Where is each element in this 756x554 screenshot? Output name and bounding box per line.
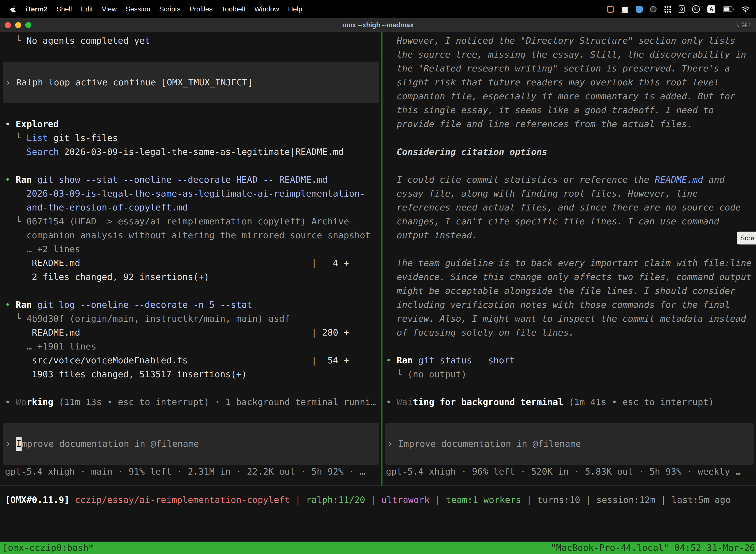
key-8-icon[interactable]: 8	[679, 5, 685, 13]
dots-grid-icon[interactable]	[664, 6, 671, 13]
text-segment: slight risk that future readers may over…	[386, 77, 719, 88]
bullet: •	[386, 355, 397, 365]
turns-counter: turns:10	[537, 495, 580, 505]
tmux-status-bar: [omx-cczip0:bash* "MacBook-Pro-44.local"…	[0, 542, 756, 554]
explored-header: • Explored	[5, 117, 381, 131]
battery-icon[interactable]	[723, 6, 734, 12]
text-segment: gpt-5.4 xhigh · 96% left · 520K in · 5.8…	[386, 466, 741, 477]
terminal-line: the "Related research writing" section i…	[386, 62, 756, 75]
text-segment: └	[386, 369, 407, 379]
menu-item-edit[interactable]: Edit	[81, 5, 93, 13]
text-segment: └	[5, 36, 26, 46]
terminal-line: README.md | 4 +	[5, 256, 381, 270]
terminal-line: 2026-03-09-is-legal-the-same-as-legitima…	[5, 187, 381, 201]
tmux-pane-left[interactable]: └ No agents completed yet› Ralph loop ac…	[0, 32, 381, 486]
menu-item-shell[interactable]: Shell	[57, 5, 72, 13]
terminal-line: this single essay, it seems like a good …	[386, 103, 756, 117]
terminal-line: and-the-erosion-of-copyleft.md	[5, 201, 381, 214]
terminal-line: However, I noticed the "Directory Struct…	[386, 34, 756, 48]
apple-menu-icon[interactable]	[10, 6, 16, 13]
command-input[interactable]: › Improve documentation in @filename	[3, 423, 379, 465]
text-segment: Ran	[16, 299, 37, 310]
text-segment: Explored	[16, 119, 59, 129]
terminal-line: └ (no output)	[386, 367, 756, 381]
tmux-pane-right[interactable]: However, I noticed the "Directory Struct…	[382, 32, 756, 486]
terminal-line: of focusing solely on file lines.	[386, 326, 756, 340]
text-segment: git status --short	[418, 355, 515, 365]
terminal-line: provide file and line references from th…	[386, 117, 756, 131]
screen-recording-icon[interactable]	[607, 6, 614, 13]
text-segment: rking	[26, 397, 53, 407]
tmux-host-time: "MacBook-Pro-44.local" 04:52 31-Mar-26	[551, 542, 755, 554]
ran-git-log: • Ran git log --oneline --decorate -n 5 …	[5, 298, 381, 312]
terminal-line: changes, I can't cite specific file line…	[386, 214, 756, 228]
menu-item-scripts[interactable]: Scripts	[159, 5, 181, 13]
text-segment: and	[703, 174, 725, 185]
text-segment: The team guideline is to back every impo…	[386, 258, 752, 268]
terminal-line: … +1901 lines	[5, 340, 381, 353]
terminal-line: I could cite commit statistics or refere…	[386, 173, 756, 187]
macos-menu-bar: iTerm2ShellEditViewSessionScriptsProfile…	[0, 0, 756, 18]
text-segment: gpt-5.4 xhigh · main · 91% left · 2.31M …	[5, 466, 365, 477]
text-segment: (no output)	[407, 369, 466, 379]
ran-git-status: • Ran git status --short	[386, 353, 756, 367]
menu-item-help[interactable]: Help	[288, 5, 302, 13]
terminal-line	[5, 48, 381, 62]
tmux-session-name: [omx-cczip0:bash*	[2, 542, 94, 554]
bullet: •	[5, 119, 16, 129]
menu-item-iterm2[interactable]: iTerm2	[25, 5, 48, 13]
terminal-line: … +2 lines	[5, 242, 381, 256]
text-segment	[386, 147, 397, 157]
terminal-line: 2 files changed, 92 insertions(+)	[5, 270, 381, 284]
bullet: •	[5, 299, 16, 310]
terminal-line: companion analysis without altering the …	[5, 228, 381, 242]
text-cursor: I	[16, 437, 21, 451]
text-segment: However, I noticed the "Directory Struct…	[386, 36, 736, 46]
terminal-line: Search 2026-03-09-is-legal-the-same-as-l…	[5, 145, 381, 159]
window-title-bar[interactable]: omx --xhigh --madmax ⌥⌘1	[0, 18, 756, 32]
terminal-line: references need actual files, and since …	[386, 201, 756, 214]
text-segment: Ralph loop active continue [OMX_TMUX_INJ…	[16, 75, 253, 89]
terminal-line: └ 067f154 (HEAD -> essay/ai-reimplementa…	[5, 214, 381, 228]
menu-item-view[interactable]: View	[102, 5, 117, 13]
text-segment: ting for background terminal	[413, 397, 563, 407]
prompt-chevron: ›	[387, 437, 398, 451]
text-segment: including verification notes with those …	[386, 299, 730, 310]
terminal-line: 1903 files changed, 513517 insertions(+)	[5, 367, 381, 381]
text-segment: 4b9d30f (origin/main, instructkr/main, m…	[26, 314, 290, 324]
terminal-line: evidence. Since this change only affects…	[386, 270, 756, 284]
battery-percent-icon[interactable]: 61	[692, 5, 700, 13]
menu-item-toolbelt[interactable]: Toolbelt	[222, 5, 246, 13]
text-segment: and-the-erosion-of-copyleft.md	[5, 202, 188, 213]
terminal-line: └ List git ls-files	[5, 131, 381, 145]
text-segment: Ran	[16, 174, 37, 185]
command-input[interactable]: › Improve documentation in @filename	[385, 423, 754, 465]
separator: |	[430, 495, 446, 505]
horizontal-separator	[0, 486, 756, 486]
wifi-icon[interactable]	[741, 6, 750, 13]
bullet: •	[5, 174, 16, 185]
file-link: README.md	[655, 174, 703, 185]
menu-item-session[interactable]: Session	[126, 5, 150, 13]
screen-share-popup[interactable]: Scre	[737, 232, 756, 244]
terminal-line: might be acceptable alongside the file l…	[386, 284, 756, 298]
text-segment: Improve documentation in @filename	[398, 437, 581, 451]
branch-name: cczip/essay/ai-reimplementation-copyleft	[75, 495, 290, 505]
window-shortcut-badge: ⌥⌘1	[734, 18, 752, 32]
input-source-icon[interactable]: A	[707, 5, 715, 13]
menu-item-window[interactable]: Window	[254, 5, 279, 13]
window-grid-icon[interactable]: ▦	[621, 5, 628, 14]
terminal-line: output instead.	[386, 228, 756, 242]
text-segment: references need actual files, and since …	[386, 202, 741, 213]
terminal-line: review. Also, I might want to inspect th…	[386, 312, 756, 326]
ralph-loop-message: › Ralph loop active continue [OMX_TMUX_I…	[3, 62, 379, 103]
text-segment: companion analysis without altering the …	[5, 230, 371, 240]
text-segment: Considering citation options	[397, 147, 547, 157]
bullet: •	[386, 397, 397, 407]
ultrawork-badge: ultrawork	[381, 495, 430, 505]
text-segment: No agents completed yet	[26, 36, 150, 46]
menu-item-profiles[interactable]: Profiles	[189, 5, 212, 13]
dark-app-icon[interactable]	[650, 6, 656, 12]
blue-app-icon[interactable]	[636, 6, 643, 13]
terminal-line: essay file, along with finding root file…	[386, 187, 756, 201]
